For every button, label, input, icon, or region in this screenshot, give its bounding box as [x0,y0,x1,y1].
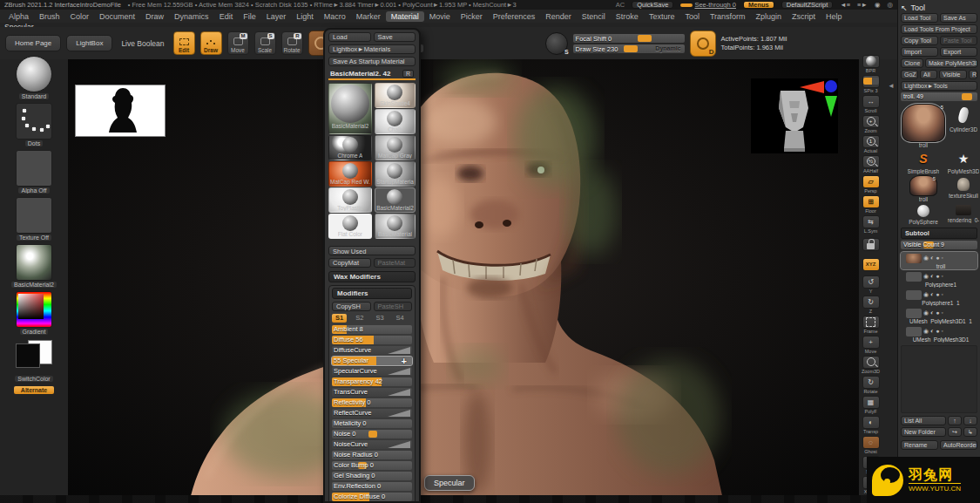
lightbox-button[interactable]: LightBox [66,35,112,51]
draw-button[interactable]: Draw [200,31,222,55]
shade-icon[interactable]: ● [936,290,939,299]
pastemat-button[interactable]: PasteMat [374,258,416,268]
brush-icon[interactable]: ◦ [942,272,943,281]
menu-item[interactable]: File [238,11,261,22]
shade-icon[interactable]: ● [936,254,939,262]
tool-item-textureskull[interactable]: textureSkull [948,175,979,202]
shader-tab[interactable]: S3 [372,314,387,323]
modifier-slider[interactable]: NoiseCurve + [332,440,412,449]
brush-icon[interactable]: ◦ [942,327,943,336]
menu-item[interactable]: Render [540,11,577,22]
material-slot[interactable]: BasicMaterial2 [9,244,59,288]
color-gradient[interactable]: Gradient [9,291,59,335]
make-polymesh3d-button[interactable]: Make PolyMesh3D [925,58,977,68]
move-down-button[interactable]: ↓ [963,416,977,425]
zscript-prev-icon[interactable]: ◄≡ [840,1,850,9]
shade-icon[interactable]: ● [936,327,939,336]
tool-item-polysphere[interactable]: PolySphere [901,203,946,225]
draw-size-handle[interactable] [624,45,638,52]
material-swatch[interactable]: MatCap Gray [375,135,416,160]
menu-item[interactable]: Zscript [787,11,821,22]
eye-icon[interactable]: ◉ [923,272,929,281]
subtool-row[interactable]: ◉ ◐ ● ◦ UMesh_PolyMesh3D1_1 [901,307,977,324]
move-up-button[interactable]: ↑ [948,416,962,425]
copysh-button[interactable]: CopySH [332,302,371,311]
pastesh-button[interactable]: PasteSH [374,302,413,311]
menu-item[interactable]: Picker [456,11,488,22]
modifier-slider[interactable]: Diffuse 56 + [332,336,412,344]
shader-tab[interactable]: S4 [393,314,408,323]
modifier-slider[interactable]: Colorize Diffuse 0 + [332,493,412,501]
scale-button[interactable]: S Scale [254,31,276,55]
modifier-slider[interactable]: Color Bump 0 + [332,461,412,470]
axis-gizmo[interactable] [798,78,840,119]
modifier-slider[interactable]: Ambient 8 + [332,325,412,334]
lsym-icon[interactable]: ⇆ L.Sym [861,214,882,234]
shade-icon[interactable]: ● [936,272,939,281]
zscript-next-icon[interactable]: ≡► [857,1,868,9]
sculpt-model[interactable] [68,59,859,495]
load-tool-button[interactable]: Load Tool [901,13,938,23]
shader-tab[interactable]: S1 [332,314,347,323]
material-swatch[interactable]: BasicMaterial2 [328,83,372,134]
lock-icon[interactable] [861,235,882,254]
shader-tab[interactable]: S2 [352,314,367,323]
save-as-button[interactable]: Save As [940,13,977,23]
bpr-icon[interactable]: BPR [861,54,882,73]
modifier-slider[interactable]: Gel Shading 0 + [332,472,412,480]
menu-item[interactable]: Help [821,11,848,22]
folder-branch-icon[interactable]: ↳ [963,427,977,437]
modifier-slider[interactable]: Noise 0 + [332,430,412,438]
visible-count-slider[interactable]: Visible Count 9 [901,241,977,249]
material-swatch[interactable]: StartupMateria [375,161,416,187]
tool-inventory-slider[interactable]: troll. 49 [901,92,977,101]
aahalf-icon[interactable]: ½ AAHalf [861,154,882,173]
modifier-slider[interactable]: 55 Specular + [332,357,412,365]
move-icon[interactable]: + Move [861,335,882,354]
paint-icon[interactable]: ◐ [930,327,934,336]
material-swatch[interactable]: Flat Color [328,214,372,239]
see-through-knob[interactable] [680,3,693,7]
goz-all-button[interactable]: All [920,70,937,79]
goz-button[interactable]: GoZ [901,70,918,79]
material-swatch[interactable]: BasicMaterial [375,214,416,239]
subtool-row[interactable]: ◉ ◐ ● ◦ Polysphere1_1 [901,289,977,306]
wax-modifiers-header[interactable]: Wax Modifiers [328,271,416,282]
tablet-icon[interactable]: ◉ [875,1,881,9]
copy-tool-button[interactable]: Copy Tool [901,36,938,45]
rot-y-icon[interactable]: ↺ Y [861,275,882,294]
lightbox-tools-button[interactable]: Lightbox►Tools [901,81,977,91]
menu-item[interactable]: Color [65,11,95,22]
subtool-row[interactable]: ◉ ◐ ● ◦ Polysphere1 [901,270,977,288]
menu-item[interactable]: Stencil [577,11,611,22]
paint-icon[interactable]: ◐ [930,309,934,317]
import-button[interactable]: Import [901,47,938,57]
clone-button[interactable]: Clone [901,58,923,68]
menu-item[interactable]: Material [386,11,424,22]
material-load-button[interactable]: Load [328,32,371,42]
modifier-slider[interactable]: Env.Reflection 0 + [332,482,412,491]
default-zscript-button[interactable]: DefaultZScript [781,1,834,9]
paste-tool-button[interactable]: Paste Tool [940,36,977,45]
home-page-button[interactable]: Home Page [5,35,61,51]
polyf-icon[interactable]: ▦ PolyF [861,395,882,414]
menu-item[interactable]: Document [94,11,140,22]
menu-item[interactable]: Stroke [611,11,644,22]
brush-icon[interactable]: ◦ [942,290,943,299]
tool-item-rendering[interactable]: rendering_0- [948,203,979,225]
menu-item[interactable]: Texture [644,11,680,22]
eye-icon[interactable]: ◉ [923,309,929,317]
paint-icon[interactable]: ◐ [930,254,934,262]
zoom-icon[interactable]: + Zoom [861,114,882,133]
rename-button[interactable]: Rename [901,440,938,450]
tool-item-cylinder3d[interactable]: Cylinder3D [948,104,979,148]
menu-item[interactable]: Transform [705,11,751,22]
new-folder-button[interactable]: New Folder [901,427,946,437]
menu-item[interactable]: Movie [424,11,456,22]
autoreorder-button[interactable]: AutoReorder [940,440,977,450]
menu-item[interactable]: Marker [351,11,386,22]
modifier-slider[interactable]: Reflectivity 0 + [332,398,412,407]
see-through-slider[interactable]: See-through 0 [680,1,736,9]
eye-icon[interactable]: ◉ [923,290,929,299]
zoom3d-icon[interactable]: Zoom3D [861,355,882,374]
